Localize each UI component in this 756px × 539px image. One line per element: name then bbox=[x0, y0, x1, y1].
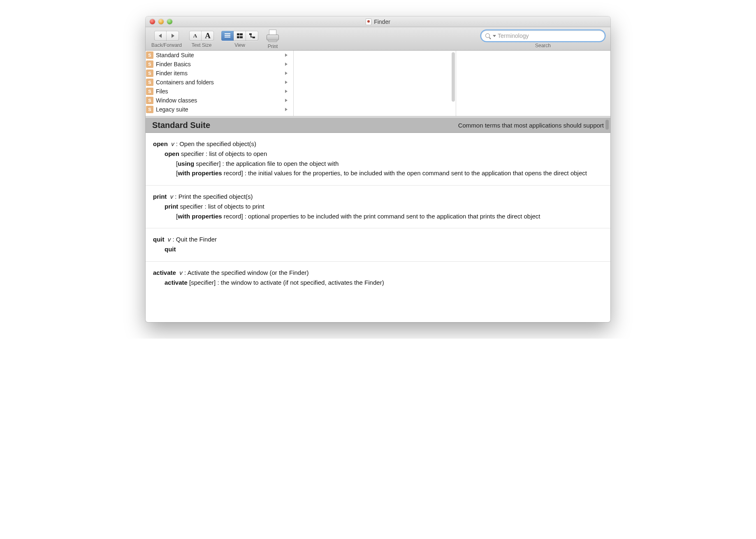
param-keyword: with properties bbox=[178, 213, 222, 220]
command-summary-text: Quit the Finder bbox=[176, 236, 217, 243]
suite-row[interactable]: S Window classes bbox=[146, 96, 293, 105]
detail-description: Common terms that most applications shou… bbox=[458, 122, 604, 129]
suite-row[interactable]: S Files bbox=[146, 87, 293, 96]
text-size-label: Text Size bbox=[192, 42, 212, 48]
colon: : bbox=[223, 160, 226, 167]
command-summary-text: Activate the specified window (or the Fi… bbox=[187, 269, 308, 276]
command-sig-desc: list of objects to print bbox=[208, 203, 264, 210]
close-button[interactable] bbox=[150, 19, 155, 24]
command-sig-param-text: specifier bbox=[191, 279, 214, 286]
window-title: Finder bbox=[374, 19, 390, 25]
param-keyword: with properties bbox=[178, 170, 222, 177]
back-forward-segmented bbox=[154, 31, 179, 41]
printer-body-icon bbox=[267, 35, 279, 40]
command-name: quit bbox=[153, 236, 165, 243]
command-sig: quit bbox=[165, 246, 176, 253]
suite-badge-icon: S bbox=[146, 88, 153, 95]
suite-label: Finder items bbox=[156, 70, 188, 77]
suite-row[interactable]: S Standard Suite bbox=[146, 51, 293, 60]
search-label: Search bbox=[535, 43, 551, 49]
command-sig-desc: the window to activate (if not specified… bbox=[221, 279, 384, 286]
back-button[interactable] bbox=[154, 31, 167, 41]
command-entry-quit: quit v : Quit the Finder quit bbox=[146, 228, 610, 262]
print-button[interactable] bbox=[266, 30, 280, 42]
suite-row[interactable]: S Containers and folders bbox=[146, 78, 293, 87]
suite-badge-icon: S bbox=[146, 70, 153, 77]
properties-column[interactable] bbox=[456, 51, 610, 116]
suites-column[interactable]: S Standard Suite S Finder Basics S Finde… bbox=[146, 51, 294, 116]
detail-header: Standard Suite Common terms that most ap… bbox=[146, 118, 610, 133]
command-summary: : bbox=[176, 140, 179, 147]
colon: : bbox=[245, 213, 248, 220]
param-type-text: record bbox=[224, 213, 241, 220]
suite-label: Finder Basics bbox=[156, 61, 191, 67]
param-desc: the application file to open the object … bbox=[226, 160, 339, 167]
tree-icon bbox=[249, 33, 255, 38]
colon: : bbox=[205, 203, 208, 210]
view-hierarchy-button[interactable] bbox=[246, 31, 258, 41]
suite-badge-icon: S bbox=[146, 97, 153, 104]
command-sig-desc: list of objects to open bbox=[209, 150, 267, 157]
search-group: Terminology Search bbox=[481, 30, 605, 49]
document-icon bbox=[366, 19, 371, 25]
suite-badge-icon: S bbox=[146, 106, 153, 113]
text-size-segmented: A A bbox=[189, 31, 214, 41]
chevron-right-icon bbox=[285, 108, 288, 111]
param-desc: optional properties to be included with … bbox=[248, 213, 540, 220]
suite-badge-icon: S bbox=[146, 51, 153, 59]
suite-label: Containers and folders bbox=[156, 79, 214, 86]
command-sig-param-text: specifier bbox=[181, 150, 204, 157]
search-icon bbox=[485, 33, 491, 39]
zoom-button[interactable] bbox=[167, 19, 172, 24]
window-frame: Finder Back/Forward A A bbox=[146, 16, 610, 322]
suite-row[interactable]: S Finder Basics bbox=[146, 60, 293, 69]
view-label: View bbox=[234, 42, 245, 48]
colon: : bbox=[173, 236, 176, 243]
text-larger-button[interactable]: A bbox=[202, 31, 214, 41]
detail-pane[interactable]: open v : Open the specified object(s) op… bbox=[146, 133, 610, 322]
list-icon bbox=[225, 33, 230, 38]
grid-icon bbox=[237, 33, 243, 38]
command-entry-activate: activate v : Activate the specified wind… bbox=[146, 262, 610, 295]
suite-badge-icon: S bbox=[146, 79, 153, 86]
suite-badge-icon: S bbox=[146, 60, 153, 68]
chevron-right-icon bbox=[285, 53, 288, 57]
chevron-down-icon bbox=[493, 35, 496, 37]
suite-row[interactable]: S Legacy suite bbox=[146, 105, 293, 114]
letter-a-large-icon: A bbox=[205, 31, 211, 40]
text-size-group: A A Text Size bbox=[189, 31, 214, 48]
command-summary-text: Print the specified object(s) bbox=[179, 193, 253, 200]
suite-row[interactable]: S Finder items bbox=[146, 69, 293, 78]
scrollbar[interactable] bbox=[452, 52, 455, 114]
print-label: Print bbox=[268, 44, 278, 49]
param-type-text: specifier bbox=[196, 160, 219, 167]
command-kind: v bbox=[170, 193, 174, 200]
print-group: Print bbox=[266, 30, 280, 49]
search-placeholder: Terminology bbox=[498, 33, 529, 39]
colon: : bbox=[175, 193, 178, 200]
chevron-right-icon bbox=[285, 90, 288, 93]
chevron-right-icon bbox=[285, 63, 288, 66]
traffic-lights bbox=[150, 19, 172, 24]
command-name: activate bbox=[153, 269, 176, 276]
minimize-button[interactable] bbox=[158, 19, 164, 24]
command-name: open bbox=[153, 140, 168, 147]
view-suites-button[interactable] bbox=[221, 31, 234, 41]
items-column[interactable] bbox=[294, 51, 456, 116]
colon: : bbox=[245, 170, 248, 177]
command-name: print bbox=[153, 193, 167, 200]
scrollbar-thumb[interactable] bbox=[452, 52, 455, 102]
arrow-left-icon bbox=[159, 34, 162, 38]
command-entry-open: open v : Open the specified object(s) op… bbox=[146, 133, 610, 186]
search-input[interactable]: Terminology bbox=[481, 30, 605, 41]
text-smaller-button[interactable]: A bbox=[189, 31, 202, 41]
back-forward-label: Back/Forward bbox=[151, 42, 182, 48]
colon: : bbox=[217, 279, 220, 286]
letter-a-small-icon: A bbox=[193, 33, 197, 39]
toolbar: Back/Forward A A Text Size bbox=[146, 27, 610, 51]
view-segmented bbox=[221, 31, 258, 41]
suite-label: Standard Suite bbox=[156, 52, 194, 58]
view-grid-button[interactable] bbox=[234, 31, 246, 41]
scrollbar-thumb[interactable] bbox=[605, 120, 609, 130]
forward-button[interactable] bbox=[167, 31, 179, 41]
